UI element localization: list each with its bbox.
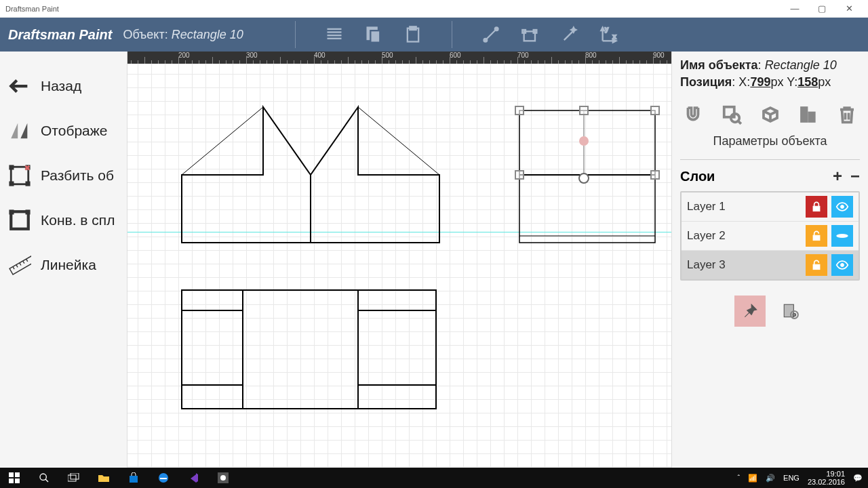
align-lines-icon[interactable]	[323, 23, 346, 46]
trash-icon[interactable]	[835, 103, 859, 126]
svg-rect-25	[9, 209, 14, 214]
visibility-on-icon[interactable]	[831, 196, 853, 218]
svg-marker-35	[311, 107, 439, 243]
align-bottom-icon[interactable]	[797, 103, 820, 126]
window-titlebar: Draftsman Paint — ▢ ✕	[0, 0, 868, 18]
back-label: Назад	[41, 78, 81, 94]
svg-rect-62	[9, 472, 14, 477]
display-button[interactable]: Отображе	[0, 108, 127, 153]
tray-chevron-icon[interactable]: ˆ	[737, 474, 740, 482]
left-panel: Назад Отображе Разбить об Конв. в спл Ли…	[0, 52, 127, 468]
svg-rect-37	[182, 290, 436, 409]
svg-rect-27	[9, 256, 31, 274]
drawing-shape-house-left[interactable]	[182, 107, 317, 252]
magic-wand-icon[interactable]	[558, 23, 581, 46]
svg-rect-51	[802, 108, 807, 121]
explorer-icon[interactable]	[90, 468, 118, 488]
axes-icon[interactable]: yx	[597, 23, 620, 46]
taskbar: ˆ 📶 🔊 ENG 19:01 23.02.2016 💬	[0, 468, 868, 488]
drawing-shape-selected-rectangle[interactable]	[519, 110, 658, 249]
svg-line-29	[16, 265, 18, 268]
break-object-icon	[7, 163, 33, 188]
search-icon[interactable]	[30, 468, 58, 488]
drawing-shape-house-right[interactable]	[311, 107, 446, 252]
svg-rect-57	[813, 264, 820, 270]
lock-open-icon[interactable]	[806, 254, 827, 276]
app-name: Draftsman Paint	[8, 27, 112, 43]
svg-line-34	[182, 107, 263, 175]
layer-row[interactable]: Layer 1	[682, 192, 859, 222]
layer-row[interactable]: Layer 3	[682, 251, 859, 279]
window-minimize-button[interactable]: —	[781, 0, 808, 18]
notifications-icon[interactable]: 💬	[853, 474, 863, 483]
svg-rect-64	[9, 479, 14, 483]
find-icon[interactable]	[720, 103, 743, 126]
layer-settings-button[interactable]	[775, 296, 806, 327]
back-button[interactable]: Назад	[0, 64, 127, 108]
display-label: Отображе	[41, 123, 108, 139]
layer-row[interactable]: Layer 2	[682, 222, 859, 251]
display-icon	[7, 118, 33, 144]
cube-3d-icon[interactable]	[759, 103, 782, 126]
svg-rect-26	[26, 209, 31, 214]
layer-name: Layer 3	[687, 258, 802, 272]
window-maximize-button[interactable]: ▢	[808, 0, 835, 18]
line-tool-icon[interactable]	[479, 23, 502, 46]
system-clock[interactable]: 19:01 23.02.2016	[808, 470, 845, 486]
svg-line-14	[564, 31, 573, 40]
svg-rect-69	[71, 473, 79, 479]
object-position-row: Позиция: X:799px Y:158px	[680, 75, 860, 89]
window-close-button[interactable]: ✕	[835, 0, 863, 18]
app-icon[interactable]	[209, 468, 237, 488]
center-handle-icon[interactable]	[578, 173, 589, 184]
ruler-button[interactable]: Линейка	[0, 243, 127, 287]
tray-network-icon[interactable]: 📶	[748, 474, 757, 483]
visibility-off-icon[interactable]	[831, 225, 853, 247]
svg-rect-59	[784, 304, 793, 317]
edge-icon[interactable]	[149, 468, 178, 488]
break-label: Разбить об	[41, 167, 114, 184]
layer-name: Layer 2	[687, 229, 802, 243]
convert-spline-button[interactable]: Конв. в спл	[0, 198, 127, 243]
start-button[interactable]	[0, 468, 28, 488]
paste-icon[interactable]	[401, 23, 425, 46]
snap-magnet-icon[interactable]	[682, 103, 705, 126]
remove-layer-button[interactable]: −	[850, 167, 860, 186]
lock-closed-icon[interactable]	[806, 196, 827, 218]
visibility-on-icon[interactable]	[831, 254, 853, 276]
ruler-label: Линейка	[41, 257, 96, 273]
object-label: Объект: Rectangle 10	[123, 28, 243, 42]
language-indicator[interactable]: ENG	[783, 474, 800, 482]
break-object-button[interactable]: Разбить об	[0, 153, 127, 198]
store-icon[interactable]	[119, 468, 148, 488]
tray-volume-icon[interactable]: 🔊	[766, 474, 775, 483]
layer-name: Layer 1	[687, 200, 802, 214]
convert-spline-icon	[7, 207, 33, 233]
canvas-area[interactable]: 200 300 400 500 600 700 800 900	[127, 52, 671, 468]
svg-rect-5	[370, 30, 380, 42]
rectangle-tool-icon[interactable]	[519, 23, 542, 46]
svg-rect-55	[813, 235, 820, 241]
toolbar-separator	[295, 21, 296, 48]
window-title: Draftsman Paint	[5, 5, 781, 13]
layers-header: Слои + −	[680, 167, 860, 186]
pivot-pin-icon[interactable]	[579, 136, 589, 146]
task-view-icon[interactable]	[60, 468, 88, 488]
toolbar-separator	[452, 21, 452, 48]
svg-point-61	[793, 313, 795, 316]
lock-open-icon[interactable]	[806, 225, 827, 247]
svg-rect-53	[813, 206, 820, 211]
svg-point-72	[220, 475, 226, 481]
svg-rect-23	[26, 182, 31, 186]
svg-rect-68	[68, 475, 76, 481]
pin-button[interactable]	[734, 296, 766, 327]
drawing-shape-floorplan[interactable]	[182, 290, 439, 415]
add-layer-button[interactable]: +	[833, 167, 842, 186]
app-toolbar: Draftsman Paint Объект: Rectangle 10 yx	[0, 18, 868, 52]
svg-line-30	[20, 263, 21, 266]
object-name-row: Имя объекта: Rectangle 10	[680, 58, 860, 73]
svg-point-58	[841, 264, 844, 267]
visualstudio-icon[interactable]	[179, 468, 208, 488]
svg-point-66	[40, 474, 46, 480]
copy-icon[interactable]	[362, 23, 385, 46]
